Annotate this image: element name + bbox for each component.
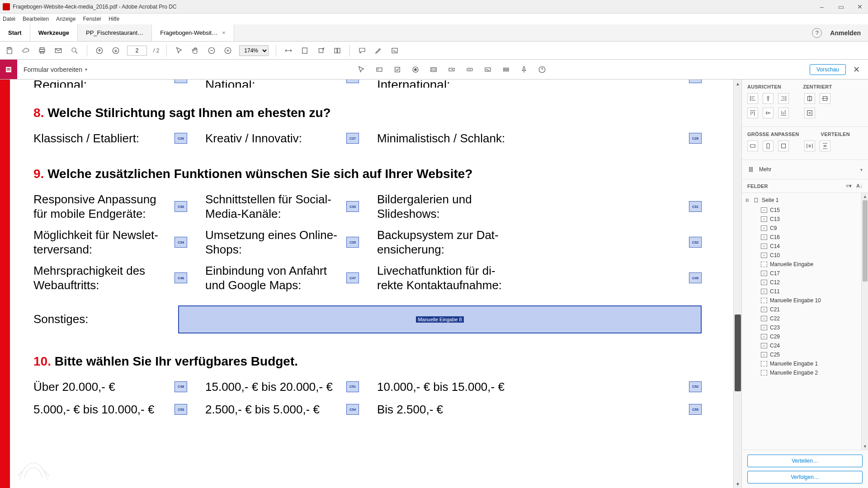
textfield-tool-icon[interactable] [373, 64, 385, 75]
search-icon[interactable] [70, 46, 80, 56]
align-hcenter-icon[interactable] [763, 93, 774, 104]
print-icon[interactable] [37, 46, 47, 56]
tree-field-row[interactable]: C23 [742, 323, 868, 332]
distribute-horiz-icon[interactable] [804, 141, 815, 151]
tree-field-row[interactable]: C10 [742, 251, 868, 260]
form-field[interactable] [175, 80, 187, 83]
form-field-c30[interactable]: C30 [175, 201, 187, 212]
align-right-icon[interactable] [778, 93, 789, 104]
more-dropdown[interactable]: Mehr ▾ [747, 162, 863, 177]
save-icon[interactable] [5, 46, 14, 56]
pin-tool-icon[interactable] [518, 64, 530, 75]
match-width-icon[interactable] [747, 141, 758, 151]
form-field-c47[interactable]: C47 [346, 272, 359, 283]
dropdown-tool-icon[interactable] [446, 64, 458, 75]
form-field-c34[interactable]: C34 [175, 237, 187, 248]
preview-button[interactable]: Vorschau [810, 64, 846, 75]
pdf-page[interactable]: Regional: National: International: 8. We… [10, 80, 733, 488]
menu-anzeige[interactable]: Anzeige [56, 16, 75, 22]
tree-field-row[interactable]: C25 [742, 350, 868, 359]
align-bottom-icon[interactable] [778, 108, 789, 118]
menu-fenster[interactable]: Fenster [83, 16, 101, 22]
tree-field-row[interactable]: C12 [742, 278, 868, 287]
listbox-tool-icon[interactable] [428, 64, 439, 75]
distribute-vert-icon[interactable] [820, 141, 830, 151]
form-mode-dropdown[interactable]: Formular vorbereiten ▾ [17, 66, 94, 73]
tab-werkzeuge[interactable]: Werkzeuge [30, 24, 78, 41]
form-field-c51[interactable]: C51 [346, 381, 359, 392]
center-vert-icon[interactable] [820, 93, 830, 104]
vertical-scrollbar[interactable]: ▲ ▼ [733, 80, 741, 488]
form-field-c31[interactable]: C31 [689, 201, 702, 212]
tree-field-row[interactable]: C9 [742, 224, 868, 233]
select-tool-icon[interactable] [355, 64, 367, 75]
maximize-button[interactable]: ▭ [835, 2, 846, 11]
tree-field-row[interactable]: C11 [742, 287, 868, 296]
field-tree[interactable]: ⊟ Seite 1 C15C13C9C16C14C10Manuelle Eing… [742, 193, 868, 450]
zoom-out-icon[interactable] [207, 46, 217, 56]
tree-field-row[interactable]: Manuelle Eingabe 2 [742, 368, 868, 377]
tree-field-row[interactable]: C22 [742, 314, 868, 323]
tab-document-1[interactable]: PP_Fischrestaurant… [78, 24, 152, 41]
form-field-c48[interactable]: C48 [175, 381, 187, 392]
scroll-up-icon[interactable]: ▲ [734, 80, 741, 88]
form-field-manuelle-eingabe-8[interactable]: Manuelle Eingabe 8 [178, 305, 702, 333]
tree-field-row[interactable]: C29 [742, 332, 868, 341]
pointer-icon[interactable] [174, 46, 184, 56]
tree-field-row[interactable]: Manuelle Eingabe 10 [742, 296, 868, 305]
tree-scroll-up-icon[interactable]: ▲ [862, 193, 868, 200]
page-up-icon[interactable] [94, 46, 104, 56]
tree-field-row[interactable]: C16 [742, 233, 868, 242]
distribute-form-button[interactable]: Verteilen… [747, 455, 863, 467]
form-field-c55[interactable]: C55 [689, 404, 702, 415]
close-window-button[interactable]: ✕ [854, 2, 865, 11]
tab-document-2[interactable]: Fragebogen-Websit… × [152, 24, 234, 41]
match-both-icon[interactable] [778, 141, 789, 151]
fit-width-icon[interactable] [283, 46, 293, 56]
sort-fields-icon[interactable]: ≡▾ [846, 183, 852, 189]
cloud-icon[interactable] [21, 46, 31, 56]
menu-datei[interactable]: Datei [3, 16, 15, 22]
center-horiz-icon[interactable] [804, 93, 815, 104]
menu-hilfe[interactable]: Hilfe [108, 16, 119, 22]
form-field-c53[interactable]: C53 [175, 404, 187, 415]
form-field-c26[interactable]: C26 [175, 133, 187, 144]
tree-field-row[interactable]: C13 [742, 215, 868, 224]
center-page-icon[interactable] [804, 108, 815, 118]
barcode-tool-icon[interactable] [500, 64, 512, 75]
radio-tool-icon[interactable] [410, 64, 421, 75]
checkbox-tool-icon[interactable] [392, 64, 403, 75]
highlight-icon[interactable] [373, 46, 383, 56]
login-button[interactable]: Anmelden [830, 29, 861, 37]
form-field-c28[interactable]: C28 [689, 133, 702, 144]
zoom-in-icon[interactable] [223, 46, 233, 56]
scrollbar-thumb[interactable] [735, 314, 741, 391]
signature-field-tool-icon[interactable] [482, 64, 494, 75]
tree-scrollbar-thumb[interactable] [863, 200, 868, 282]
tree-field-row[interactable]: C24 [742, 341, 868, 350]
signature-icon[interactable] [390, 46, 400, 56]
form-field-c35[interactable]: C35 [346, 237, 359, 248]
fit-page-icon[interactable] [300, 46, 310, 56]
scroll-down-icon[interactable]: ▼ [734, 480, 741, 488]
tree-field-row[interactable]: Manuelle Eingabe [742, 260, 868, 269]
help-tool-icon[interactable] [536, 64, 548, 75]
rotate-icon[interactable] [316, 46, 326, 56]
tree-scrollbar[interactable]: ▲ ▼ [861, 193, 868, 450]
hand-icon[interactable] [190, 46, 200, 56]
collapse-icon[interactable]: ⊟ [745, 198, 750, 202]
form-field-c27[interactable]: C27 [346, 133, 359, 144]
mail-icon[interactable] [53, 46, 63, 56]
tree-scroll-down-icon[interactable]: ▼ [862, 443, 868, 450]
view-mode-icon[interactable] [332, 46, 342, 56]
tree-field-row[interactable]: C21 [742, 305, 868, 314]
form-field[interactable] [346, 80, 359, 83]
comment-icon[interactable] [357, 46, 367, 56]
order-fields-icon[interactable]: A↓ [856, 183, 863, 189]
page-down-icon[interactable] [111, 46, 121, 56]
align-left-icon[interactable] [747, 93, 758, 104]
zoom-select[interactable]: 174% [239, 45, 269, 56]
tree-field-row[interactable]: Manuelle Eingabe 1 [742, 359, 868, 368]
form-field-c45[interactable]: C45 [689, 272, 702, 283]
form-field[interactable] [689, 80, 702, 83]
